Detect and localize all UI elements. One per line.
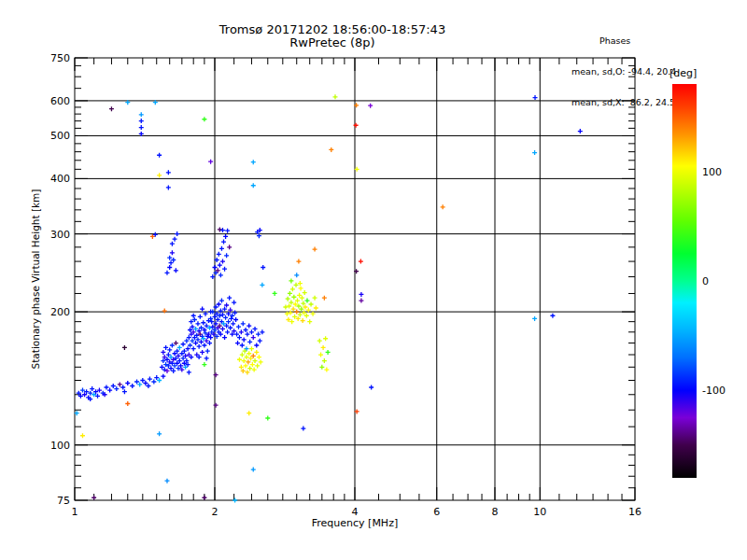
data-point: [177, 345, 182, 350]
data-point: [223, 315, 228, 320]
data-point: [242, 337, 247, 342]
data-point: [219, 299, 224, 303]
data-point: [207, 341, 212, 345]
data-point: [201, 320, 205, 325]
data-point: [175, 349, 179, 354]
data-point: [314, 306, 318, 311]
data-point: [298, 281, 303, 286]
data-point: [322, 358, 327, 363]
data-point: [237, 335, 242, 340]
x-tick-label: 1: [72, 506, 78, 518]
data-point: [160, 365, 164, 370]
x-tick-label: 8: [492, 506, 499, 518]
data-point: [187, 335, 191, 340]
data-point: [188, 343, 192, 347]
data-point: [259, 359, 263, 364]
data-point: [290, 287, 295, 291]
data-point: [164, 479, 169, 483]
data-point: [162, 309, 167, 314]
data-point: [309, 302, 314, 307]
data-point: [249, 346, 254, 351]
data-point: [161, 350, 165, 355]
data-point: [104, 385, 108, 390]
data-point: [217, 252, 221, 257]
data-point: [300, 296, 304, 301]
data-point: [233, 311, 237, 315]
data-point: [289, 311, 293, 315]
data-point: [245, 370, 249, 374]
data-point: [170, 242, 175, 246]
data-point: [225, 329, 230, 334]
data-point: [273, 291, 277, 296]
data-point: [173, 351, 177, 356]
data-point: [157, 431, 162, 436]
y-tick-label: 200: [50, 306, 70, 318]
data-point: [324, 368, 329, 372]
data-point: [167, 265, 172, 270]
data-point: [291, 307, 296, 312]
data-point: [122, 389, 127, 394]
y-tick-label: 100: [50, 440, 70, 452]
data-point: [217, 302, 221, 307]
data-point: [109, 106, 114, 111]
data-point: [114, 386, 119, 391]
data-point: [143, 381, 148, 385]
data-point: [176, 354, 180, 358]
data-point: [227, 296, 232, 301]
data-point: [233, 498, 237, 503]
data-point: [368, 104, 373, 108]
data-point: [218, 263, 222, 268]
data-point: [257, 355, 261, 359]
data-point: [255, 363, 260, 368]
data-point: [332, 94, 337, 99]
data-point: [202, 117, 206, 121]
x-tick-label: 6: [433, 506, 440, 518]
data-point: [169, 260, 174, 265]
data-point: [304, 314, 309, 318]
data-point: [175, 361, 179, 366]
data-point: [251, 335, 256, 340]
data-point: [237, 357, 242, 362]
data-point: [174, 268, 178, 273]
data-point: [294, 273, 299, 277]
data-point: [303, 290, 307, 295]
data-point: [219, 246, 224, 251]
data-point: [80, 433, 85, 438]
data-point: [92, 496, 96, 500]
data-point: [247, 351, 251, 356]
data-point: [359, 259, 363, 264]
data-point: [240, 343, 245, 347]
data-point: [247, 324, 251, 329]
data-point: [234, 332, 239, 337]
data-point: [318, 353, 323, 357]
data-point: [533, 95, 538, 100]
data-point: [171, 369, 176, 373]
data-point: [235, 341, 240, 345]
data-point: [118, 382, 122, 386]
data-point: [301, 318, 305, 323]
data-point: [578, 129, 583, 133]
data-point: [181, 356, 186, 360]
data-point: [184, 339, 189, 343]
data-point: [220, 327, 225, 331]
data-point: [200, 350, 204, 355]
data-point: [161, 374, 165, 379]
data-point: [222, 335, 227, 340]
data-point: [253, 358, 258, 363]
data-point: [148, 377, 152, 382]
data-point: [317, 339, 322, 343]
data-point: [226, 319, 231, 324]
data-point: [231, 321, 235, 326]
data-point: [232, 301, 236, 305]
data-point: [166, 170, 171, 175]
data-point: [139, 125, 144, 130]
data-point: [253, 327, 258, 331]
data-point: [321, 345, 326, 350]
x-tick-label: 2: [212, 506, 218, 518]
data-point: [256, 332, 261, 337]
data-point: [296, 259, 301, 264]
data-point: [319, 365, 324, 370]
data-point: [301, 427, 305, 431]
data-point: [174, 341, 178, 345]
x-tick-label: 10: [533, 506, 546, 518]
